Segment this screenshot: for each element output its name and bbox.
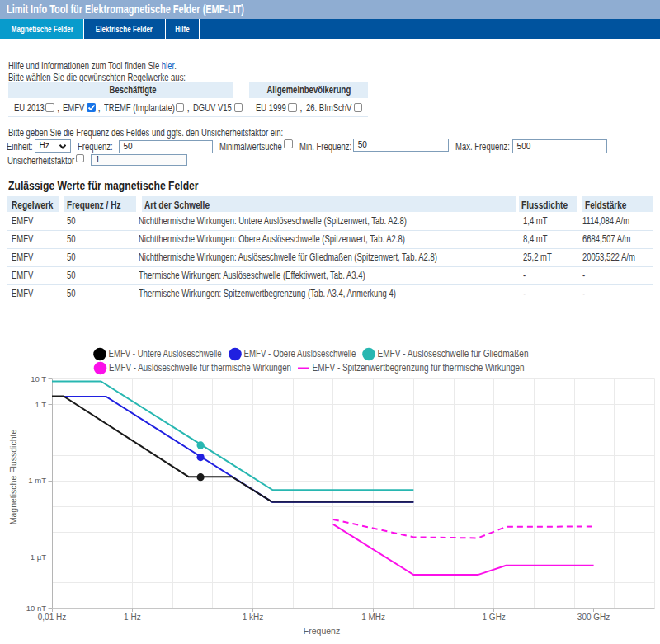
svg-text:10 T: 10 T	[31, 374, 46, 383]
svg-text:0,01 Hz: 0,01 Hz	[38, 613, 66, 622]
svg-text:EMFV - Auslöseschwelle für the: EMFV - Auslöseschwelle für thermische Wi…	[109, 362, 291, 374]
svg-text:EMFV - Spitzenwertbegrenzung f: EMFV - Spitzenwertbegrenzung für thermis…	[313, 362, 525, 374]
svg-text:1 Hz: 1 Hz	[124, 613, 141, 622]
svg-text:1 kHz: 1 kHz	[243, 613, 264, 622]
svg-text:1 T: 1 T	[35, 400, 46, 409]
svg-text:1 MHz: 1 MHz	[361, 613, 385, 622]
svg-text:10 nT: 10 nT	[26, 604, 46, 613]
svg-text:1 mT: 1 mT	[28, 476, 46, 485]
svg-text:1 GHz: 1 GHz	[483, 613, 506, 622]
svg-text:Frequenz: Frequenz	[304, 626, 340, 636]
svg-text:EMFV - Auslöseschwelle für Gli: EMFV - Auslöseschwelle für Gliedmaßen	[378, 348, 529, 360]
svg-text:Magnetische Flussdichte: Magnetische Flussdichte	[8, 430, 18, 525]
svg-text:EMFV - Obere Auslöseschwelle: EMFV - Obere Auslöseschwelle	[244, 348, 356, 360]
svg-text:1 µT: 1 µT	[31, 552, 46, 562]
svg-text:300 GHz: 300 GHz	[578, 613, 610, 622]
svg-text:EMFV - Untere Auslöseschwelle: EMFV - Untere Auslöseschwelle	[109, 348, 222, 360]
